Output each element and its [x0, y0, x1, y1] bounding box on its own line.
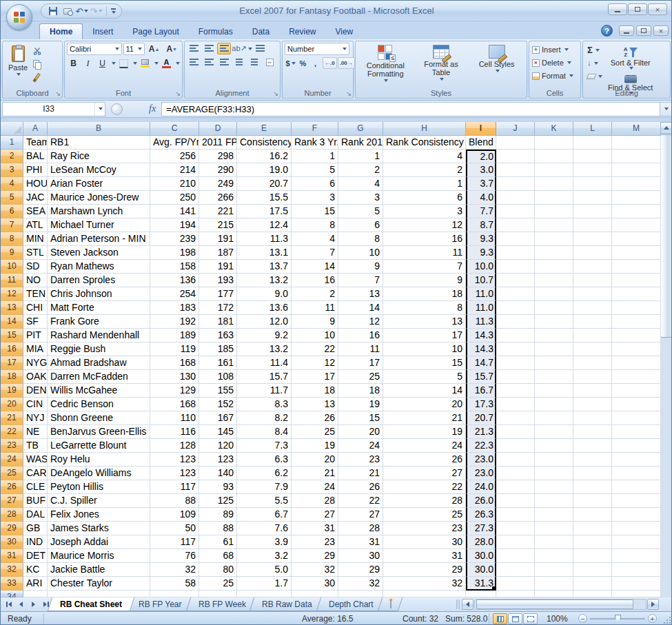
cell[interactable] — [535, 150, 573, 163]
cell[interactable]: 21 — [338, 467, 383, 480]
cell[interactable]: PHI — [23, 163, 48, 177]
cell[interactable]: 145 — [199, 425, 237, 439]
cell[interactable]: 28 — [383, 494, 466, 508]
cell[interactable]: 12 — [338, 315, 383, 329]
zoom-in-button[interactable]: + — [648, 614, 657, 623]
cell[interactable]: NYJ — [23, 411, 48, 425]
font-color-button[interactable]: A — [160, 57, 173, 70]
cell[interactable]: ARI — [23, 577, 48, 591]
cell[interactable] — [573, 577, 612, 591]
cell[interactable]: MIN — [23, 232, 48, 246]
cell[interactable]: 16 — [383, 232, 466, 246]
cell[interactable]: BUF — [23, 494, 48, 508]
cell[interactable]: NE — [23, 425, 48, 439]
cell[interactable]: 168 — [150, 356, 199, 370]
cell[interactable]: 30 — [383, 535, 466, 549]
cell[interactable] — [612, 535, 661, 549]
cell[interactable]: 191 — [199, 232, 237, 246]
cell[interactable]: 13 — [383, 315, 466, 329]
sheet-tab-rb-cheat-sheet[interactable]: RB Cheat Sheet — [48, 597, 135, 611]
cell[interactable]: 22.3 — [466, 439, 496, 453]
cell[interactable]: 167 — [199, 411, 237, 425]
cell[interactable]: 4 — [338, 177, 383, 191]
cell[interactable]: 27.3 — [466, 522, 496, 535]
cell[interactable]: ATL — [23, 218, 48, 232]
cell[interactable] — [237, 591, 292, 597]
cell[interactable]: LeSean McCoy — [48, 163, 150, 177]
cell[interactable]: SEA — [23, 205, 48, 218]
cell[interactable]: Rank 2011 — [338, 136, 383, 150]
cell[interactable]: 120 — [199, 439, 237, 453]
cell[interactable]: Adrian Peterson - MIN — [48, 232, 150, 246]
cell[interactable]: 2 — [338, 163, 383, 177]
align-middle-button[interactable] — [202, 43, 216, 54]
cell[interactable] — [535, 535, 573, 549]
cell[interactable]: BAL — [23, 150, 48, 163]
cell[interactable] — [612, 329, 661, 342]
align-left-button[interactable] — [187, 57, 201, 68]
insert-cells-button[interactable]: + Insert — [531, 44, 578, 55]
cell[interactable]: Ahmad Bradshaw — [48, 356, 150, 370]
cell[interactable]: 7.9 — [237, 480, 292, 494]
horizontal-scrollbar[interactable] — [474, 599, 646, 610]
cell[interactable]: 76 — [150, 549, 199, 563]
tab-page-layout[interactable]: Page Layout — [123, 24, 188, 39]
row-header[interactable]: 21 — [1, 411, 23, 425]
zoom-out-button[interactable]: − — [578, 614, 587, 623]
row-header[interactable]: 34 — [1, 591, 23, 597]
cell[interactable] — [496, 453, 535, 467]
cell[interactable]: 3.7 — [466, 177, 496, 191]
cell[interactable] — [573, 356, 612, 370]
cell[interactable] — [496, 467, 535, 480]
cell[interactable]: 9.3 — [466, 232, 496, 246]
cell[interactable]: 172 — [199, 301, 237, 315]
cell[interactable] — [612, 577, 661, 591]
cell[interactable] — [496, 329, 535, 342]
cell[interactable]: RB1 — [48, 136, 150, 150]
cell[interactable]: 17.3 — [466, 398, 496, 411]
cell[interactable]: 14 — [292, 260, 338, 274]
cell[interactable]: 23 — [383, 522, 466, 535]
paste-button[interactable]: Paste — [5, 43, 31, 88]
cell[interactable] — [496, 480, 535, 494]
column-header-g[interactable]: G — [338, 122, 383, 136]
cell[interactable]: 4 — [383, 150, 466, 163]
cell[interactable]: 183 — [150, 301, 199, 315]
cell[interactable]: MIA — [23, 342, 48, 356]
cell[interactable]: 8 — [383, 301, 466, 315]
copy-button[interactable] — [31, 58, 43, 70]
cell[interactable]: 8 — [292, 218, 338, 232]
cell[interactable]: 32 — [150, 563, 199, 577]
scroll-left-button[interactable] — [462, 599, 474, 610]
merge-center-button[interactable]: ⇔ — [263, 57, 276, 68]
row-header[interactable]: 4 — [1, 177, 23, 191]
cell[interactable]: 20 — [383, 398, 466, 411]
cell[interactable]: GB — [23, 522, 48, 535]
cell[interactable]: Avg. FP/Yr. — [150, 136, 199, 150]
row-header[interactable]: 27 — [1, 494, 23, 508]
accounting-format-button[interactable]: $ — [285, 57, 296, 69]
cell[interactable]: 6 — [292, 177, 338, 191]
cell[interactable]: 6.3 — [237, 453, 292, 467]
cell[interactable]: 1 — [338, 150, 383, 163]
cell[interactable] — [535, 398, 573, 411]
cell[interactable] — [612, 522, 661, 535]
column-header-b[interactable]: B — [48, 122, 150, 136]
cell[interactable]: Ray Rice — [48, 150, 150, 163]
cell[interactable]: 16.2 — [237, 150, 292, 163]
cell[interactable]: 16 — [338, 329, 383, 342]
first-sheet-button[interactable] — [3, 599, 14, 610]
bold-button[interactable]: B — [67, 57, 80, 70]
cell[interactable] — [612, 260, 661, 274]
cell[interactable]: 11.0 — [466, 287, 496, 301]
row-header[interactable]: 24 — [1, 453, 23, 467]
cell[interactable]: 177 — [199, 287, 237, 301]
cell[interactable]: 119 — [150, 342, 199, 356]
cell[interactable] — [292, 591, 338, 597]
cell[interactable] — [48, 591, 150, 597]
cell[interactable] — [535, 287, 573, 301]
conditional-formatting-button[interactable]: Conditional Formatting — [358, 43, 413, 88]
wrap-text-button[interactable] — [253, 43, 267, 54]
cell[interactable] — [573, 301, 612, 315]
cell[interactable] — [573, 177, 612, 191]
